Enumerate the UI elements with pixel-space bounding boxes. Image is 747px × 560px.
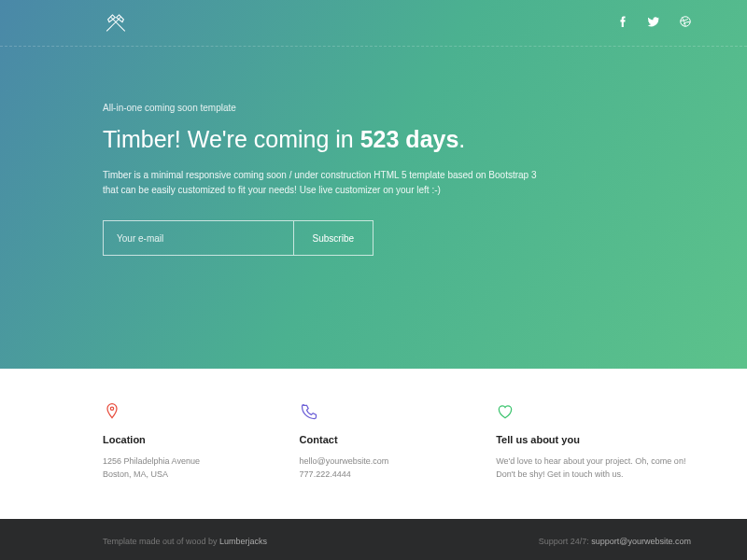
subscribe-form: Subscribe (103, 220, 374, 256)
footer-left-prefix: Template made out of wood by (103, 537, 219, 546)
description: Timber is a minimal responsive coming so… (103, 168, 542, 198)
hero-section: All-in-one coming soon template Timber! … (0, 0, 747, 369)
email-input[interactable] (104, 221, 293, 255)
dribbble-icon[interactable] (680, 16, 691, 30)
phone-icon (300, 402, 450, 425)
topbar (0, 0, 747, 47)
headline-brand: Timber! (103, 126, 181, 152)
footer-credits: Template made out of wood by Lumberjacks (103, 537, 267, 546)
hero-content: All-in-one coming soon template Timber! … (0, 47, 747, 256)
twitter-icon[interactable] (647, 17, 659, 30)
svg-point-3 (110, 407, 113, 410)
facebook-icon[interactable] (619, 16, 627, 30)
logo[interactable] (103, 12, 129, 35)
contact-email: hello@yourwebsite.com (300, 455, 450, 468)
info-contact: Contact hello@yourwebsite.com 777.222.44… (300, 402, 450, 482)
about-title: Tell us about you (496, 434, 691, 445)
headline-mid: We're coming in (181, 126, 360, 152)
location-text: 1256 Philadelphia Avenue Boston, MA, USA (103, 455, 253, 482)
footer-support-email[interactable]: support@yourwebsite.com (591, 537, 691, 546)
axes-icon (103, 12, 129, 35)
location-line2: Boston, MA, USA (103, 468, 253, 481)
contact-phone: 777.222.4444 (300, 468, 450, 481)
headline: Timber! We're coming in 523 days. (103, 126, 644, 153)
social-links (619, 16, 691, 30)
location-pin-icon (103, 402, 253, 425)
contact-title: Contact (300, 434, 450, 445)
info-about: Tell us about you We'd love to hear abou… (496, 402, 691, 482)
location-title: Location (103, 434, 253, 445)
headline-days: 523 days (360, 126, 459, 152)
heart-icon (496, 402, 691, 425)
headline-end: . (458, 126, 465, 152)
tagline: All-in-one coming soon template (103, 103, 644, 113)
about-text: We'd love to hear about your project. Oh… (496, 455, 691, 482)
info-location: Location 1256 Philadelphia Avenue Boston… (103, 402, 253, 482)
footer: Template made out of wood by Lumberjacks… (0, 519, 747, 560)
footer-left-author[interactable]: Lumberjacks (219, 537, 267, 546)
contact-text: hello@yourwebsite.com 777.222.4444 (300, 455, 450, 482)
location-line1: 1256 Philadelphia Avenue (103, 455, 253, 468)
footer-support: Support 24/7: support@yourwebsite.com (539, 537, 691, 546)
subscribe-button[interactable]: Subscribe (293, 221, 373, 255)
footer-right-prefix: Support 24/7: (539, 537, 592, 546)
info-section: Location 1256 Philadelphia Avenue Boston… (0, 369, 747, 519)
